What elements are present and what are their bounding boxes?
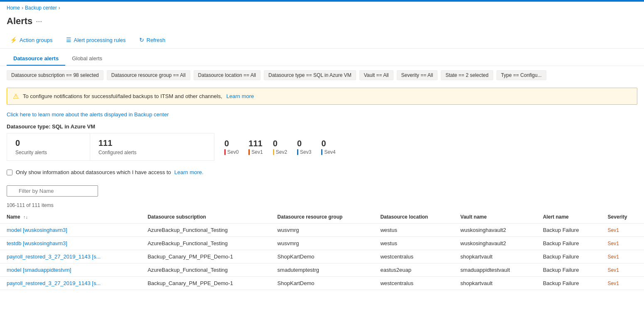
sev2-number: 0 — [273, 139, 278, 148]
filter-vault[interactable]: Vault == All — [359, 70, 393, 80]
filter-subscription[interactable]: Datasource subscription == 98 selected — [7, 70, 103, 80]
table-container: Name ↑↓ Datasource subscription Datasour… — [0, 211, 644, 290]
breadcrumb-backup-center[interactable]: Backup center — [25, 5, 57, 11]
warning-icon: ⚠ — [13, 92, 19, 100]
sev3-label: Sev3 — [297, 149, 311, 155]
info-link[interactable]: Click here to learn more about the alert… — [0, 108, 644, 121]
row-resource-group: smadutemptestrg — [271, 263, 374, 277]
row-resource-group: wusvmrg — [271, 237, 374, 250]
sev4-label: Sev4 — [321, 149, 335, 155]
action-groups-label: Action groups — [20, 37, 53, 43]
sev0-item: 0 Sev0 — [224, 139, 238, 155]
checkbox-row: Only show information about datasources … — [0, 166, 644, 182]
breadcrumb-sep1: › — [22, 5, 23, 11]
alert-processing-icon: ☰ — [66, 37, 71, 43]
severity-badge: Sev1 — [608, 267, 619, 273]
row-subscription: Backup_Canary_PM_PPE_Demo-1 — [141, 277, 270, 290]
sort-icon[interactable]: ↑↓ — [23, 214, 28, 219]
row-severity: Sev1 — [601, 277, 644, 290]
sev0-label: Sev0 — [224, 149, 238, 155]
alert-banner: ⚠ To configure notifications for success… — [7, 88, 637, 105]
sev4-item: 0 Sev4 — [321, 139, 335, 155]
sev3-number: 0 — [297, 139, 302, 148]
security-card: 0 Security alerts — [7, 133, 90, 161]
sev1-item: 111 Sev1 — [248, 139, 263, 155]
filter-resource-group[interactable]: Datasource resource group == All — [107, 70, 190, 80]
filter-location[interactable]: Datasource location == All — [194, 70, 261, 80]
alert-learn-more-link[interactable]: Learn more — [226, 93, 254, 99]
sev1-number: 111 — [248, 139, 262, 148]
row-subscription: AzureBackup_Functional_Testing — [141, 224, 270, 237]
row-vault: shopkartvault — [454, 250, 536, 263]
row-vault: shopkartvault — [454, 277, 536, 290]
sev2-item: 0 Sev2 — [273, 139, 287, 155]
filter-type[interactable]: Type == Configu... — [497, 70, 546, 80]
sev2-bar — [273, 149, 274, 155]
row-alert-name: Backup Failure — [536, 277, 601, 290]
checkbox-label: Only show information about datasources … — [16, 169, 171, 175]
section-title: Datasource type: SQL in Azure VM — [0, 121, 644, 133]
row-name: payroll_restored_3_27_2019_1143 [s... — [0, 250, 141, 263]
alert-name-link[interactable]: model [wuskosinghavm3] — [7, 227, 67, 233]
th-subscription: Datasource subscription — [141, 211, 270, 224]
row-resource-group: wusvmrg — [271, 224, 374, 237]
row-subscription: Backup_Canary_PM_PPE_Demo-1 — [141, 250, 270, 263]
row-name: model [smaduappidtestvm] — [0, 263, 141, 277]
row-alert-name: Backup Failure — [536, 237, 601, 250]
breadcrumb-home[interactable]: Home — [7, 5, 20, 11]
alert-processing-label: Alert processing rules — [74, 37, 126, 43]
refresh-button[interactable]: ↻ Refresh — [136, 35, 169, 45]
alert-name-link[interactable]: payroll_restored_3_27_2019_1143 [s... — [7, 253, 101, 260]
filter-input-wrap: 🔍 — [7, 185, 98, 197]
tab-global-alerts[interactable]: Global alerts — [65, 52, 109, 66]
sev3-item: 0 Sev3 — [297, 139, 311, 155]
sev4-number: 0 — [321, 139, 326, 148]
alert-name-link[interactable]: testdb [wuskosinghavm3] — [7, 240, 67, 246]
checkbox-learn-more[interactable]: Learn more. — [175, 169, 204, 175]
alert-processing-rules-button[interactable]: ☰ Alert processing rules — [63, 35, 129, 45]
row-alert-name: Backup Failure — [536, 224, 601, 237]
row-location: westus — [374, 237, 454, 250]
th-severity: Severity — [601, 211, 644, 224]
sev0-bar — [224, 149, 226, 155]
access-checkbox[interactable] — [7, 170, 12, 175]
table-row: model [wuskosinghavm3] AzureBackup_Funct… — [0, 224, 644, 237]
filter-datasource-type[interactable]: Datasource type == SQL in Azure VM — [264, 70, 356, 80]
filter-row: 🔍 — [0, 182, 644, 200]
items-count: 106-111 of 111 items — [0, 200, 644, 211]
table-row: payroll_restored_3_27_2019_1143 [s... Ba… — [0, 277, 644, 290]
filter-by-name-input[interactable] — [7, 185, 98, 197]
page-title: Alerts — [7, 16, 32, 27]
alert-name-link[interactable]: model [smaduappidtestvm] — [7, 267, 71, 273]
filter-state[interactable]: State == 2 selected — [441, 70, 493, 80]
refresh-icon: ↻ — [139, 37, 144, 43]
sev1-bar — [248, 149, 250, 155]
row-location: eastus2euap — [374, 263, 454, 277]
tab-datasource-alerts[interactable]: Datasource alerts — [7, 52, 65, 66]
th-resource-group: Datasource resource group — [271, 211, 374, 224]
th-location: Datasource location — [374, 211, 454, 224]
row-severity: Sev1 — [601, 250, 644, 263]
page-menu-icon[interactable]: ··· — [36, 17, 42, 26]
th-name: Name ↑↓ — [0, 211, 141, 224]
row-location: westcentralus — [374, 277, 454, 290]
row-name: testdb [wuskosinghavm3] — [0, 237, 141, 250]
severity-badge: Sev1 — [608, 254, 619, 260]
filters-container: Datasource subscription == 98 selected D… — [0, 66, 644, 84]
sev1-label: Sev1 — [248, 149, 263, 155]
table-row: testdb [wuskosinghavm3] AzureBackup_Func… — [0, 237, 644, 250]
table-body: model [wuskosinghavm3] AzureBackup_Funct… — [0, 224, 644, 290]
severity-badge: Sev1 — [608, 281, 619, 286]
action-groups-button[interactable]: ⚡ Action groups — [7, 35, 56, 45]
table-row: payroll_restored_3_27_2019_1143 [s... Ba… — [0, 250, 644, 263]
table-head: Name ↑↓ Datasource subscription Datasour… — [0, 211, 644, 224]
filter-severity[interactable]: Severity == All — [397, 70, 438, 80]
alert-name-link[interactable]: payroll_restored_3_27_2019_1143 [s... — [7, 280, 101, 286]
page-header: Alerts ··· — [0, 14, 644, 32]
sev-stats: 0 Sev0 111 Sev1 0 Sev2 0 Sev3 — [214, 133, 346, 161]
breadcrumb: Home › Backup center › — [0, 2, 644, 14]
sev0-number: 0 — [224, 139, 229, 148]
alerts-table: Name ↑↓ Datasource subscription Datasour… — [0, 211, 644, 290]
security-label: Security alerts — [15, 150, 81, 155]
table-header-row: Name ↑↓ Datasource subscription Datasour… — [0, 211, 644, 224]
